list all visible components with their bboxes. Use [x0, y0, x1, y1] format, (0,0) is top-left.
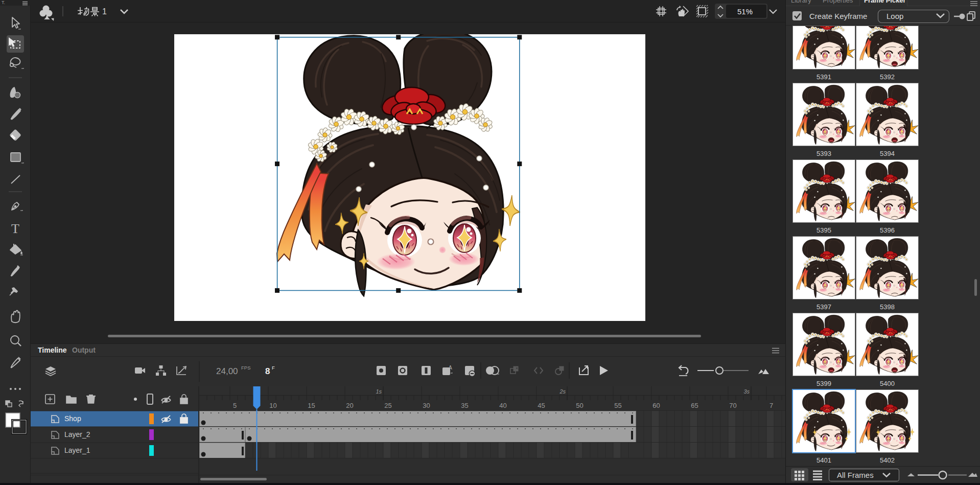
svg-text:5: 5 [233, 402, 237, 409]
svg-text:7: 7 [769, 402, 773, 409]
svg-text:All Frames: All Frames [837, 471, 874, 479]
svg-text:25: 25 [384, 402, 391, 409]
svg-text:Loop: Loop [886, 12, 903, 20]
svg-text:Layer_1: Layer_1 [64, 446, 90, 454]
svg-text:3s: 3s [743, 388, 750, 395]
svg-text:10: 10 [269, 402, 276, 409]
svg-text:20: 20 [346, 402, 353, 409]
svg-text:A: A [449, 365, 452, 371]
svg-text:40: 40 [499, 402, 506, 409]
svg-text:60: 60 [652, 402, 660, 409]
svg-text:55: 55 [614, 402, 621, 409]
svg-text:1: 1 [102, 7, 107, 16]
svg-text:15: 15 [308, 402, 315, 409]
svg-text:1s: 1s [376, 388, 382, 395]
svg-text:30: 30 [423, 402, 430, 409]
svg-text:45: 45 [538, 402, 545, 409]
svg-text:2s: 2s [559, 388, 566, 395]
svg-text:T.: T. [2, 0, 5, 5]
svg-text:70: 70 [729, 402, 736, 409]
svg-text:8: 8 [265, 366, 270, 376]
svg-text:51%: 51% [737, 7, 753, 16]
svg-text:Create Keyframe: Create Keyframe [809, 12, 867, 20]
svg-text:T: T [11, 221, 19, 236]
svg-text:24,00: 24,00 [216, 366, 238, 376]
svg-text:65: 65 [691, 402, 698, 409]
svg-text:35: 35 [461, 402, 468, 409]
svg-text:FPS: FPS [241, 365, 250, 371]
svg-text:Shop: Shop [64, 414, 81, 423]
svg-text:F: F [272, 365, 275, 371]
svg-text:50: 50 [576, 402, 583, 409]
svg-text:Layer_2: Layer_2 [64, 430, 90, 438]
